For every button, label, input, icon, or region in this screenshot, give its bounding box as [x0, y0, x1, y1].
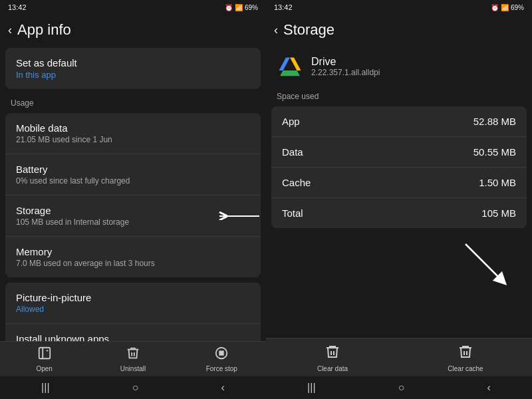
force-stop-icon [214, 346, 229, 364]
pip-item[interactable]: Picture-in-picture Allowed [5, 283, 261, 324]
drive-version: 2.22.357.1.all.alldpi [311, 68, 380, 77]
clear-cache-label: Clear cache [448, 365, 483, 372]
force-stop-label: Force stop [206, 365, 237, 372]
space-used-label: Space used [266, 88, 532, 104]
system-nav-right: ||| ○ ‹ [266, 376, 532, 399]
right-screen: 13:42 ⏰ 📶 69% ‹ Storage [266, 0, 532, 399]
recents-btn-left[interactable]: ||| [41, 382, 49, 394]
alarm-icon-r: ⏰ [491, 4, 499, 11]
content-area-left: Set as default In this app Usage Mobile … [0, 45, 266, 341]
force-stop-button[interactable]: Force stop [178, 346, 266, 372]
page-title-right: Storage [283, 21, 334, 39]
total-label: Total [282, 207, 303, 219]
app-header-left: ‹ App info [0, 15, 266, 45]
recents-btn-right[interactable]: ||| [307, 382, 315, 394]
memory-subtitle: 7.0 MB used on average in last 3 hours [16, 259, 250, 268]
clear-cache-arrow [459, 237, 512, 291]
back-sys-btn-right[interactable]: ‹ [487, 382, 491, 394]
page-title-left: App info [17, 21, 71, 39]
drive-info-row: Drive 2.22.357.1.all.alldpi [266, 45, 532, 88]
status-icons-right: ⏰ 📶 69% [491, 4, 524, 11]
home-btn-right[interactable]: ○ [398, 382, 405, 394]
memory-item[interactable]: Memory 7.0 MB used on average in last 3 … [5, 237, 261, 277]
usage-list: Mobile data 21.05 MB used since 1 Jun Ba… [5, 113, 261, 277]
app-storage-row: App 52.88 MB [271, 106, 527, 137]
uninstall-label: Uninstall [120, 365, 146, 372]
app-label: App [282, 116, 300, 127]
time-left: 13:42 [8, 3, 27, 11]
svg-marker-6 [279, 58, 291, 71]
back-button-right[interactable]: ‹ [274, 23, 278, 37]
storage-header: ‹ Storage [266, 15, 532, 45]
memory-title: Memory [16, 246, 250, 257]
status-bar-left: 13:42 ⏰ 📶 69% [0, 0, 266, 15]
signal-icon-r: 📶 [501, 4, 509, 11]
set-as-default-card[interactable]: Set as default In this app [5, 48, 261, 89]
total-value: 105 MB [481, 207, 516, 219]
storage-table: App 52.88 MB Data 50.55 MB Cache 1.50 MB… [271, 106, 527, 228]
home-btn-left[interactable]: ○ [132, 382, 139, 394]
drive-icon [277, 53, 303, 80]
total-storage-row: Total 105 MB [271, 198, 527, 228]
left-screen: 13:42 ⏰ 📶 69% ‹ App info Set as default … [0, 0, 266, 399]
permissions-list: Picture-in-picture Allowed Install unkno… [5, 283, 261, 341]
time-right: 13:42 [274, 3, 293, 11]
uninstall-icon [126, 346, 140, 364]
battery-subtitle: 0% used since last fully charged [16, 176, 250, 186]
status-bar-right: 13:42 ⏰ 📶 69% [266, 0, 532, 15]
pip-subtitle: Allowed [16, 305, 250, 314]
set-default-subtitle: In this app [16, 70, 250, 80]
data-storage-row: Data 50.55 MB [271, 137, 527, 168]
cache-label: Cache [282, 177, 311, 188]
usage-label: Usage [0, 92, 266, 110]
pip-title: Picture-in-picture [16, 292, 250, 303]
clear-data-label: Clear data [317, 365, 348, 372]
svg-rect-3 [220, 351, 224, 355]
data-label: Data [282, 146, 303, 158]
drive-text: Drive 2.22.357.1.all.alldpi [311, 56, 380, 77]
svg-marker-8 [280, 70, 300, 76]
clear-buttons-bar: Clear data Clear cache [266, 338, 532, 376]
battery-item[interactable]: Battery 0% used since last fully charged [5, 154, 261, 196]
clear-data-button[interactable]: Clear data [266, 344, 399, 372]
mobile-data-item[interactable]: Mobile data 21.05 MB used since 1 Jun [5, 113, 261, 154]
mobile-data-subtitle: 21.05 MB used since 1 Jun [16, 135, 250, 144]
unknown-apps-title: Install unknown apps [16, 333, 250, 341]
alarm-icon: ⏰ [225, 4, 233, 11]
open-icon [37, 346, 52, 364]
battery-left: 69% [245, 4, 258, 11]
back-sys-btn-left[interactable]: ‹ [221, 382, 225, 394]
signal-icon: 📶 [235, 4, 243, 11]
unknown-apps-item[interactable]: Install unknown apps Not allowed [5, 324, 261, 341]
storage-subtitle: 105 MB used in Internal storage [16, 217, 250, 227]
drive-name: Drive [311, 56, 380, 68]
bottom-nav-left: Open Uninstall [0, 341, 266, 376]
svg-line-9 [466, 244, 502, 281]
back-button-left[interactable]: ‹ [8, 23, 12, 37]
clear-cache-button[interactable]: Clear cache [399, 344, 532, 372]
open-button[interactable]: Open [0, 346, 88, 372]
system-nav-left: ||| ○ ‹ [0, 376, 266, 399]
uninstall-button[interactable]: Uninstall [88, 346, 177, 372]
svg-rect-1 [39, 348, 50, 359]
storage-item[interactable]: Storage 105 MB used in Internal storage [5, 196, 261, 237]
status-icons-left: ⏰ 📶 69% [225, 4, 258, 11]
battery-title: Battery [16, 164, 250, 175]
svg-marker-7 [290, 58, 301, 71]
gdrive-svg [278, 55, 302, 78]
content-area-right: Drive 2.22.357.1.all.alldpi Space used A… [266, 45, 532, 338]
app-value: 52.88 MB [473, 116, 516, 127]
cache-storage-row: Cache 1.50 MB [271, 168, 527, 198]
data-value: 50.55 MB [473, 146, 516, 158]
set-default-title: Set as default [16, 57, 250, 68]
open-label: Open [36, 365, 52, 372]
clear-cache-icon [458, 344, 473, 364]
clear-data-icon [325, 344, 340, 364]
storage-title: Storage [16, 205, 250, 216]
battery-right: 69% [511, 4, 524, 11]
spacer-area [266, 231, 532, 297]
cache-value: 1.50 MB [479, 177, 516, 188]
mobile-data-title: Mobile data [16, 122, 250, 134]
